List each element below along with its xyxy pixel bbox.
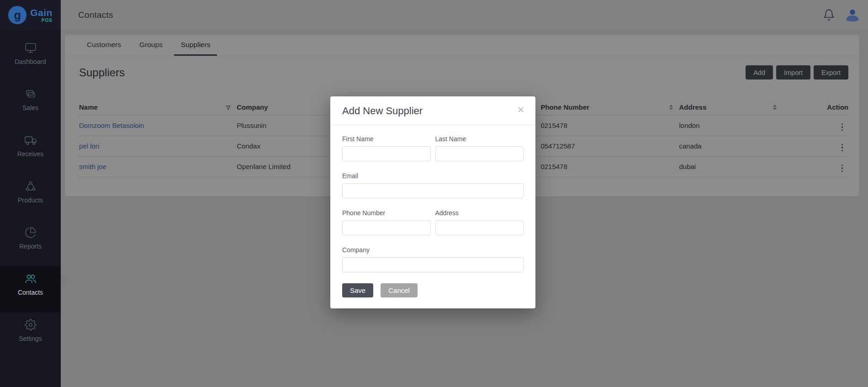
email-label: Email: [342, 172, 524, 180]
sidebar-item-settings[interactable]: Settings: [0, 313, 61, 359]
address-field[interactable]: [435, 220, 524, 235]
save-button[interactable]: Save: [342, 283, 373, 297]
sidebar-item-sales[interactable]: Sales: [0, 82, 61, 128]
app-logo: g Gain POS: [0, 0, 61, 30]
email-field[interactable]: [342, 183, 524, 198]
sidebar-item-reports[interactable]: Reports: [0, 220, 61, 266]
last-name-label: Last Name: [435, 135, 524, 143]
sidebar: g Gain POS Dashboard Sales Receives Prod…: [0, 0, 61, 387]
address-label: Address: [435, 209, 524, 217]
company-field[interactable]: [342, 257, 524, 272]
first-name-field[interactable]: [342, 146, 431, 161]
sidebar-item-receives[interactable]: Receives: [0, 128, 61, 174]
modal-body: First Name Last Name Email Phone Number: [330, 125, 535, 308]
modal-actions: Save Cancel: [342, 283, 524, 297]
sidebar-nav: Dashboard Sales Receives Products Report…: [0, 30, 61, 359]
users-icon: [25, 273, 37, 285]
products-icon: [25, 180, 37, 192]
company-label: Company: [342, 246, 524, 254]
brand-sub: POS: [42, 18, 53, 23]
sidebar-item-products[interactable]: Products: [0, 174, 61, 220]
modal-header: Add New Supplier ✕: [330, 96, 535, 125]
last-name-field[interactable]: [435, 146, 524, 161]
first-name-label: First Name: [342, 135, 431, 143]
sidebar-item-dashboard[interactable]: Dashboard: [0, 36, 61, 82]
monitor-icon: [25, 42, 37, 54]
pie-chart-icon: [25, 227, 37, 239]
truck-icon: [25, 134, 37, 146]
add-supplier-modal: Add New Supplier ✕ First Name Last Name …: [330, 96, 535, 308]
phone-label: Phone Number: [342, 209, 431, 217]
phone-field[interactable]: [342, 220, 431, 235]
gear-icon: [25, 319, 37, 331]
app-root: Contacts Customers Groups Suppliers: [0, 0, 868, 387]
cancel-button[interactable]: Cancel: [381, 283, 418, 297]
brand-name: Gain: [30, 8, 53, 17]
credit-card-icon: [25, 88, 37, 100]
sidebar-item-contacts[interactable]: Contacts: [0, 266, 61, 313]
gain-logo-icon: g: [8, 6, 26, 24]
modal-title: Add New Supplier: [342, 105, 524, 117]
close-icon[interactable]: ✕: [517, 106, 524, 114]
